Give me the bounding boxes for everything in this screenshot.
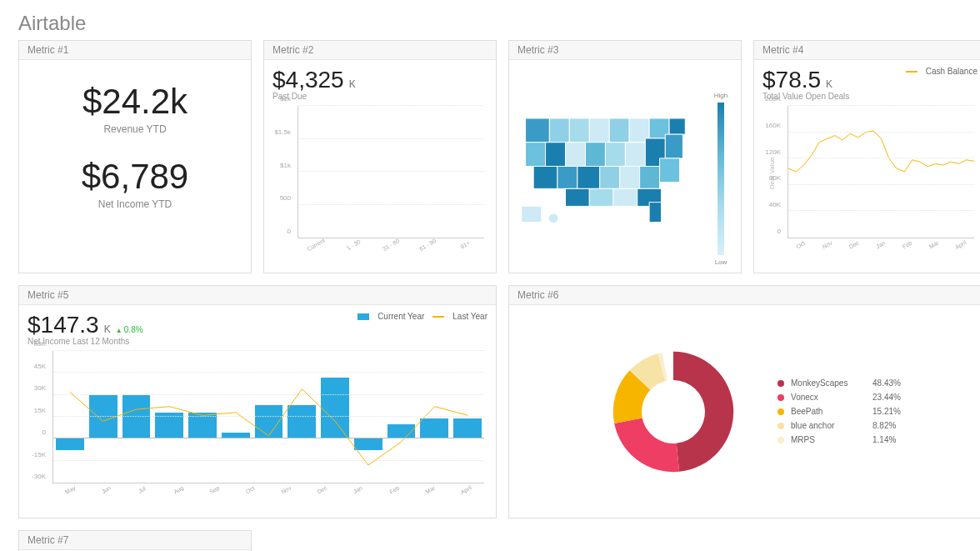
m2-unit: K bbox=[349, 78, 356, 90]
m5-legend-line: Last Year bbox=[452, 312, 488, 321]
kpi-revenue-label: Revenue YTD bbox=[28, 123, 242, 135]
card-title: Metric #5 bbox=[19, 286, 496, 305]
donut-legend-row: MRPS1.14% bbox=[778, 435, 901, 444]
card-title: Metric #2 bbox=[264, 41, 496, 60]
legend-name: BeePath bbox=[791, 407, 866, 416]
svg-point-29 bbox=[548, 213, 558, 223]
svg-rect-9 bbox=[546, 143, 566, 167]
svg-rect-24 bbox=[589, 188, 613, 206]
m4-legend: Cash Balance bbox=[926, 67, 978, 76]
svg-rect-27 bbox=[649, 203, 661, 223]
card-title: Metric #4 bbox=[754, 41, 980, 60]
legend-dot-icon bbox=[778, 408, 784, 415]
card-title: Metric #7 bbox=[19, 531, 251, 550]
legend-swatch-icon bbox=[432, 316, 444, 318]
legend-dot-icon bbox=[778, 394, 784, 401]
card-title: Metric #1 bbox=[19, 41, 251, 60]
m5-chart: -30K-15K015K30K45K60K MayJunJulAugSepOct… bbox=[28, 351, 488, 497]
donut-legend-row: MonkeyScapes48.43% bbox=[778, 378, 901, 388]
svg-rect-23 bbox=[566, 188, 590, 206]
page-title: Airtable bbox=[0, 0, 980, 40]
svg-rect-4 bbox=[609, 118, 629, 143]
donut-legend-row: BeePath15.21% bbox=[778, 407, 901, 416]
svg-rect-1 bbox=[549, 118, 569, 143]
svg-rect-10 bbox=[566, 143, 586, 167]
card-metric-6: Metric #6 MonkeyScapes48.43%Vonecx23.44%… bbox=[508, 285, 980, 518]
legend-pct: 8.82% bbox=[872, 421, 896, 430]
m4-value: $78.5 bbox=[762, 67, 821, 93]
card-metric-1: Metric #1 $24.2k Revenue YTD $6,789 Net … bbox=[18, 40, 252, 273]
legend-dot-icon bbox=[778, 423, 784, 429]
legend-swatch-icon bbox=[906, 71, 918, 73]
m2-value: $4,325 bbox=[272, 67, 344, 93]
map-legend-high: High bbox=[714, 92, 728, 99]
map-legend-low: Low bbox=[715, 258, 728, 266]
card-title: Metric #6 bbox=[509, 286, 980, 305]
svg-rect-22 bbox=[660, 158, 680, 183]
m5-legend-bar: Current Year bbox=[378, 312, 424, 321]
svg-rect-18 bbox=[578, 167, 600, 189]
svg-rect-3 bbox=[589, 118, 609, 143]
legend-name: blue anchor bbox=[791, 421, 866, 430]
svg-rect-16 bbox=[533, 167, 558, 189]
m2-sublabel: Past Due bbox=[272, 92, 488, 101]
legend-pct: 15.21% bbox=[872, 407, 901, 416]
svg-rect-0 bbox=[526, 118, 550, 143]
svg-rect-11 bbox=[585, 143, 605, 167]
legend-pct: 48.43% bbox=[872, 378, 901, 388]
svg-rect-17 bbox=[558, 167, 578, 189]
card-metric-5: Metric #5 $147.3 K 0.8% Net Income Last … bbox=[18, 285, 497, 518]
legend-swatch-icon bbox=[358, 313, 369, 320]
svg-rect-12 bbox=[605, 143, 625, 167]
legend-dot-icon bbox=[778, 380, 784, 387]
map-gradient-icon bbox=[718, 103, 724, 255]
card-metric-3: Metric #3 bbox=[508, 40, 742, 273]
legend-pct: 23.44% bbox=[872, 393, 901, 402]
svg-rect-19 bbox=[600, 167, 620, 189]
svg-rect-28 bbox=[522, 206, 542, 222]
m5-unit: K bbox=[104, 323, 111, 335]
card-metric-4: Metric #4 $78.5 K Total Value Open Deals… bbox=[753, 40, 980, 273]
svg-rect-7 bbox=[669, 118, 685, 134]
m2-chart: 0500$1k$1.5k$2k Current1 - 3031 - 6061 -… bbox=[272, 106, 488, 252]
svg-rect-13 bbox=[625, 143, 645, 167]
legend-pct: 1.14% bbox=[872, 435, 896, 444]
legend-name: Vonecx bbox=[791, 393, 866, 402]
m4-unit: K bbox=[826, 78, 832, 90]
donut-legend-row: Vonecx23.44% bbox=[778, 393, 901, 402]
donut-chart-icon bbox=[594, 333, 752, 491]
card-title: Metric #3 bbox=[509, 41, 741, 60]
us-map-icon bbox=[518, 67, 709, 266]
card-metric-2: Metric #2 $4,325 K Past Due 0500$1k$1.5k… bbox=[263, 40, 497, 273]
svg-rect-8 bbox=[526, 143, 546, 167]
legend-dot-icon bbox=[778, 437, 784, 443]
m5-value: $147.3 bbox=[28, 312, 99, 338]
kpi-netincome-value: $6,789 bbox=[28, 157, 242, 197]
kpi-netincome-label: Net Income YTD bbox=[28, 198, 242, 210]
card-metric-7: Metric #7 4 % Profit Margin p12 Months R… bbox=[18, 530, 252, 551]
svg-rect-21 bbox=[640, 167, 660, 189]
svg-rect-2 bbox=[569, 118, 589, 143]
donut-legend: MonkeyScapes48.43%Vonecx23.44%BeePath15.… bbox=[778, 373, 901, 449]
legend-name: MonkeyScapes bbox=[791, 378, 866, 388]
svg-rect-20 bbox=[620, 167, 640, 189]
svg-rect-15 bbox=[665, 134, 682, 158]
m5-delta: 0.8% bbox=[116, 325, 143, 334]
m4-chart: Deal Value 040K80K120K160K200K OctNovDec… bbox=[762, 106, 978, 252]
legend-name: MRPS bbox=[791, 435, 866, 444]
dashboard-grid: Metric #1 $24.2k Revenue YTD $6,789 Net … bbox=[0, 40, 980, 551]
kpi-revenue-value: $24.2k bbox=[28, 82, 242, 122]
svg-rect-25 bbox=[613, 188, 638, 206]
donut-legend-row: blue anchor8.82% bbox=[778, 421, 901, 430]
